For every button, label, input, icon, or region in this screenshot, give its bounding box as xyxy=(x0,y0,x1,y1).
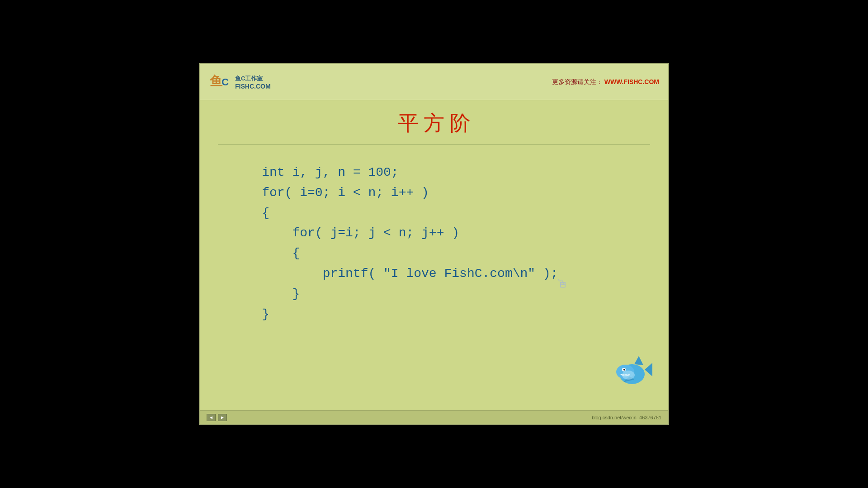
cursor-icon: 🖱 xyxy=(556,277,569,292)
svg-text:C: C xyxy=(222,76,229,88)
slide-header: 鱼 C 鱼C工作室 FISHC.COM 更多资源请关注： WWW.FISHC.C… xyxy=(200,64,668,100)
svg-marker-5 xyxy=(645,363,652,376)
svg-point-8 xyxy=(623,369,625,371)
code-line-2: for( i=0; i < n; i++ ) xyxy=(231,183,637,203)
code-area: int i, j, n = 100; for( i=0; i < n; i++ … xyxy=(218,158,650,392)
bottom-nav: ◀ ▶ xyxy=(207,414,227,421)
svg-marker-4 xyxy=(634,356,643,365)
code-line-4: for( j=i; j < n; j++ ) xyxy=(231,223,637,244)
slide-container: 鱼 C 鱼C工作室 FISHC.COM 更多资源请关注： WWW.FISHC.C… xyxy=(199,63,669,425)
logo-studio-label: 鱼C工作室 xyxy=(235,75,271,83)
csdn-url: blog.csdn.net/weixin_46376781 xyxy=(592,415,661,420)
logo-area: 鱼 C 鱼C工作室 FISHC.COM xyxy=(209,70,271,94)
code-line-1: int i, j, n = 100; xyxy=(231,163,637,183)
shark-mascot xyxy=(609,343,655,392)
website-url: WWW.FISHC.COM xyxy=(604,78,659,85)
code-line-3: { xyxy=(231,203,637,224)
svg-text:鱼: 鱼 xyxy=(209,74,223,88)
nav-prev-button[interactable]: ◀ xyxy=(207,414,216,421)
code-line-8: } xyxy=(231,305,637,325)
code-line-6: printf( "I love FishC.com\n" ); xyxy=(231,264,637,284)
fishc-logo-icon: 鱼 C xyxy=(209,70,231,94)
logo-url: FISHC.COM xyxy=(235,83,271,90)
svg-point-12 xyxy=(622,371,635,380)
code-line-5: { xyxy=(231,244,637,264)
slide-body: 平 方 阶 int i, j, n = 100; for( i=0; i < n… xyxy=(200,100,668,410)
code-line-7: } xyxy=(231,284,637,305)
header-tagline: 更多资源请关注： WWW.FISHC.COM xyxy=(552,78,659,86)
slide-title: 平 方 阶 xyxy=(218,109,650,145)
tagline-text: 更多资源请关注： xyxy=(552,78,603,85)
bottom-bar: ◀ ▶ blog.csdn.net/weixin_46376781 xyxy=(200,410,668,424)
logo-text: 鱼C工作室 FISHC.COM xyxy=(235,75,271,90)
nav-next-button[interactable]: ▶ xyxy=(218,414,227,421)
